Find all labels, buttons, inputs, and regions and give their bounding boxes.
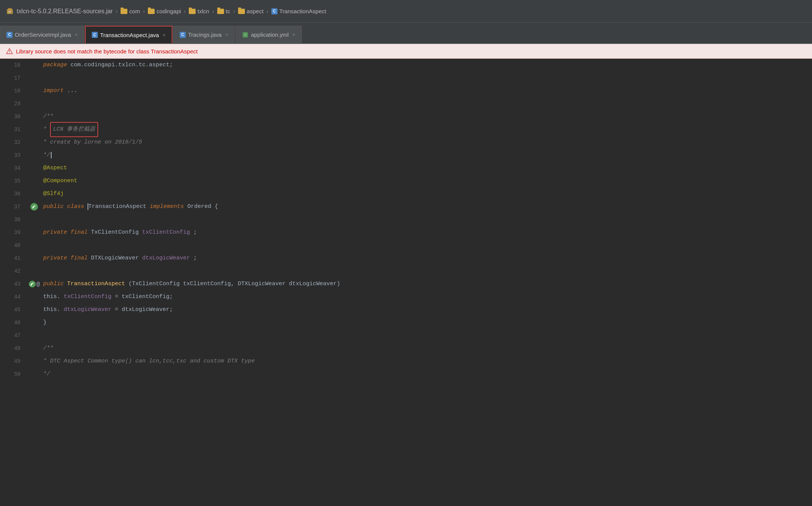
code-line-44: 44 this. txClientConfig = txClientConfig… — [0, 290, 812, 303]
line-content-37: public class TransactionAspect implement… — [42, 200, 812, 213]
code-line-32: 32 * create by lorne on 2018/1/5 — [0, 136, 812, 149]
folder-icon-3 — [189, 9, 196, 14]
line-content-16: package com.codingapi.txlcn.tc.aspect; — [42, 59, 812, 72]
line-num-29: 29 — [0, 101, 27, 107]
line-content-46: } — [42, 316, 812, 329]
tab-tracings-close[interactable]: × — [226, 32, 229, 37]
code-line-45: 45 this. dtxLogicWeaver = dtxLogicWeaver… — [0, 303, 812, 316]
tab-application-close[interactable]: × — [292, 32, 295, 37]
line-num-43: 43 — [0, 281, 27, 287]
line-num-32: 32 — [0, 139, 27, 145]
line-num-30: 30 — [0, 114, 27, 120]
line-content-34: @Aspect — [42, 162, 812, 175]
tab-transaction-label: TransactionAspect.java — [100, 32, 159, 38]
line-num-41: 41 — [0, 255, 27, 261]
line-num-45: 45 — [0, 307, 27, 313]
folder-icon-5 — [238, 9, 245, 14]
breadcrumb-codingapi[interactable]: codingapi — [148, 8, 181, 14]
code-line-35: 35 @Component — [0, 175, 812, 187]
highlighted-comment-box: LCN 事务拦截器 — [50, 122, 98, 137]
folder-icon-2 — [148, 9, 155, 14]
breadcrumb-aspect[interactable]: aspect — [238, 8, 263, 14]
class-icon: C — [271, 8, 277, 14]
breadcrumb-tc[interactable]: tc — [217, 8, 230, 14]
svg-text:Y: Y — [245, 34, 246, 36]
warning-text: Library source does not match the byteco… — [16, 48, 198, 55]
line-content-35: @Component — [42, 175, 812, 187]
line-num-16: 16 — [0, 62, 27, 68]
line-content-45: this. dtxLogicWeaver = dtxLogicWeaver; — [42, 303, 812, 316]
line-num-46: 46 — [0, 320, 27, 326]
code-line-47: 47 — [0, 329, 812, 342]
gutter-37[interactable] — [27, 203, 42, 211]
tab-transaction-class-icon: C — [92, 32, 98, 38]
breadcrumb-class[interactable]: C TransactionAspect — [271, 8, 326, 14]
line-num-18: 18 — [0, 88, 27, 94]
line-content-39: private final TxClientConfig txClientCon… — [42, 226, 812, 239]
tab-transaction-close[interactable]: × — [163, 32, 166, 38]
tab-tracings-label: Tracings.java — [188, 31, 222, 38]
tab-order-close[interactable]: × — [75, 32, 78, 37]
title-bar: jar txlcn-tc-5.0.2.RELEASE-sources.jar ›… — [0, 0, 812, 23]
tab-transaction-aspect[interactable]: C TransactionAspect.java × — [85, 26, 172, 43]
svg-text:jar: jar — [8, 10, 11, 13]
code-line-16: 16 package com.codingapi.txlcn.tc.aspect… — [0, 59, 812, 72]
code-line-17: 17 — [0, 72, 812, 84]
code-line-48: 48 /** — [0, 342, 812, 355]
line-content-41: private final DTXLogicWeaver dtxLogicWea… — [42, 252, 812, 265]
line-content-48: /** — [42, 342, 812, 355]
code-line-37: 37 public class TransactionAspect implem… — [0, 200, 812, 213]
code-line-30: 30 /** — [0, 110, 812, 123]
line-num-47: 47 — [0, 333, 27, 339]
line-content-44: this. txClientConfig = txClientConfig; — [42, 290, 812, 303]
line-num-33: 33 — [0, 152, 27, 158]
warning-bar: ! Library source does not match the byte… — [0, 44, 812, 59]
line-content-49: * DTC Aspect Common type() can lcn,tcc,t… — [42, 355, 812, 368]
folder-icon — [121, 9, 127, 14]
tab-bar: C OrderServiceImpl.java × C TransactionA… — [0, 23, 812, 44]
line-content-33: */ — [42, 149, 812, 162]
code-line-50: 50 */ — [0, 368, 812, 381]
breadcrumb-txlcn[interactable]: txlcn — [189, 8, 209, 14]
line-content-31: * LCN 事务拦截器 — [42, 122, 812, 137]
jar-icon: jar — [6, 8, 14, 15]
code-line-33: 33 */ — [0, 149, 812, 162]
text-cursor — [51, 152, 52, 158]
tab-application[interactable]: Y application.yml × — [235, 26, 302, 43]
jar-name: txlcn-tc-5.0.2.RELEASE-sources.jar — [17, 8, 113, 15]
code-line-36: 36 @Slf4j — [0, 187, 812, 200]
spring-bean-icon — [30, 203, 38, 211]
gutter-43[interactable]: @ — [27, 280, 42, 288]
svg-text:!: ! — [9, 50, 10, 54]
code-line-46: 46 } — [0, 316, 812, 329]
line-num-38: 38 — [0, 217, 27, 223]
line-num-39: 39 — [0, 230, 27, 236]
warning-icon: ! — [6, 48, 13, 55]
line-num-40: 40 — [0, 242, 27, 248]
tab-tracings[interactable]: C Tracings.java × — [173, 26, 235, 43]
svg-rect-1 — [8, 8, 12, 10]
line-num-35: 35 — [0, 178, 27, 184]
line-num-42: 42 — [0, 268, 27, 274]
tab-order-service[interactable]: C OrderServiceImpl.java × — [0, 26, 84, 43]
code-line-34: 34 @Aspect — [0, 162, 812, 175]
line-content-50: */ — [42, 368, 812, 381]
code-line-42: 42 — [0, 265, 812, 278]
folder-icon-4 — [217, 9, 224, 14]
line-num-17: 17 — [0, 75, 27, 81]
line-content-43: public TransactionAspect (TxClientConfig… — [42, 278, 812, 290]
line-num-34: 34 — [0, 165, 27, 171]
code-line-39: 39 private final TxClientConfig txClient… — [0, 226, 812, 239]
at-sign: @ — [36, 281, 40, 287]
line-num-31: 31 — [0, 126, 27, 133]
code-line-29: 29 — [0, 97, 812, 110]
line-num-36: 36 — [0, 191, 27, 197]
line-content-18: import ... — [42, 84, 812, 97]
tab-tracings-class-icon: C — [180, 32, 186, 38]
code-line-49: 49 * DTC Aspect Common type() can lcn,tc… — [0, 355, 812, 368]
line-content-32: * create by lorne on 2018/1/5 — [42, 136, 812, 149]
code-line-18: 18 import ... — [0, 84, 812, 97]
breadcrumb-com[interactable]: com — [121, 8, 140, 14]
code-line-40: 40 — [0, 239, 812, 252]
line-num-50: 50 — [0, 371, 27, 377]
